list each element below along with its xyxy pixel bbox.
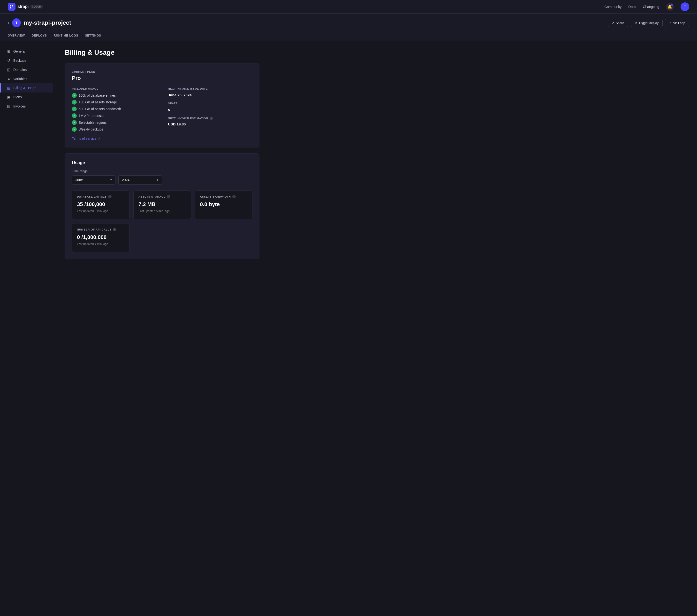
user-avatar[interactable]: T	[681, 2, 689, 11]
top-nav: strapi CLOUD Community Docs Changelog 🔔 …	[0, 0, 697, 14]
project-avatar: T	[12, 18, 21, 27]
sidebar-item-general[interactable]: ⊞ General	[0, 47, 53, 56]
check-icon-0: ✓	[72, 93, 77, 98]
check-icon-2: ✓	[72, 106, 77, 112]
project-header: ‹ T my-strapi-project ↗ Share ↺ Trigger …	[0, 14, 697, 41]
sidebar-item-variables[interactable]: ≡ Variables	[0, 74, 53, 83]
bandwidth-value: 0.0 byte	[200, 201, 247, 207]
cloud-badge: CLOUD	[30, 5, 43, 9]
db-entries-value: 35 /100,000	[77, 201, 124, 207]
invoices-icon: ▤	[6, 104, 11, 108]
usage-title: Usage	[72, 160, 252, 165]
plans-icon: ▣	[6, 95, 11, 99]
main-content: Billing & Usage CURRENT PLAN Pro INCLUDE…	[53, 41, 271, 616]
storage-label: ASSETS STORAGE	[138, 195, 165, 198]
sidebar: ⊞ General ↺ Backups ◫ Domains ≡ Variable…	[0, 41, 53, 616]
metric-label-row-db: DATABASE ENTRIES i	[77, 195, 124, 198]
nav-left: strapi CLOUD	[8, 3, 43, 11]
year-dropdown[interactable]: 2024 ▾	[118, 175, 162, 185]
api-calls-label: NUMBER OF API CALLS	[77, 228, 112, 231]
project-actions: ↗ Share ↺ Trigger deploy ↗ Visit app	[608, 19, 689, 27]
db-entries-label: DATABASE ENTRIES	[77, 195, 107, 198]
storage-info-icon[interactable]: i	[167, 195, 170, 198]
logo-icon	[8, 3, 15, 11]
nav-right: Community Docs Changelog 🔔 T	[605, 2, 689, 11]
storage-value: 7.2 MB	[138, 201, 186, 207]
project-name: my-strapi-project	[24, 19, 71, 26]
next-invoice-label: NEXT INVOICE ISSUE DATE	[168, 87, 252, 90]
api-calls-info-icon[interactable]: i	[113, 228, 116, 231]
svg-rect-1	[12, 5, 13, 6]
visit-app-button[interactable]: ↗ Visit app	[665, 19, 689, 27]
tab-deploys[interactable]: DEPLOYS	[32, 31, 47, 41]
sidebar-item-invoices[interactable]: ▤ Invoices	[0, 102, 53, 111]
usage-item-5: ✓ Weekly backups	[72, 127, 156, 132]
community-link[interactable]: Community	[605, 5, 622, 9]
metric-card-storage: ASSETS STORAGE i 7.2 MB Last updated 5 m…	[133, 190, 191, 219]
svg-rect-0	[10, 5, 11, 6]
month-dropdown-arrow: ▾	[110, 178, 112, 181]
usage-item-1: ✓ 150 GB of assets storage	[72, 100, 156, 105]
check-icon-4: ✓	[72, 120, 77, 125]
general-icon: ⊞	[6, 49, 11, 54]
tab-overview[interactable]: OVERVIEW	[8, 31, 25, 41]
current-plan-label: CURRENT PLAN	[72, 70, 252, 73]
svg-rect-2	[10, 7, 11, 8]
bandwidth-info-icon[interactable]: i	[232, 195, 236, 198]
project-title-left: ‹ T my-strapi-project	[8, 18, 71, 27]
logo-text: strapi	[17, 4, 29, 9]
storage-sub: Last updated 5 min. ago	[138, 209, 186, 213]
terms-of-service-link[interactable]: Terms of service ↗	[72, 136, 156, 141]
tab-settings[interactable]: SETTINGS	[85, 31, 101, 41]
api-calls-value: 0 /1,000,000	[77, 234, 124, 240]
strapi-logo[interactable]: strapi CLOUD	[8, 3, 43, 11]
billing-icon: ▤	[6, 86, 11, 90]
backups-icon: ↺	[6, 58, 11, 63]
api-calls-sub: Last updated 4 min. ago	[77, 243, 124, 246]
metric-label-row-api: NUMBER OF API CALLS i	[77, 228, 124, 231]
sidebar-item-backups[interactable]: ↺ Backups	[0, 56, 53, 65]
changelog-link[interactable]: Changelog	[643, 5, 659, 9]
trigger-deploy-button[interactable]: ↺ Trigger deploy	[631, 19, 663, 27]
metric-label-row-bw: ASSETS BANDWIDTH i	[200, 195, 247, 198]
sidebar-item-domains[interactable]: ◫ Domains	[0, 65, 53, 74]
metric-card-bandwidth: ASSETS BANDWIDTH i 0.0 byte	[195, 190, 252, 219]
sidebar-item-plans[interactable]: ▣ Plans	[0, 92, 53, 102]
usage-item-3: ✓ 1M API requests	[72, 113, 156, 118]
back-button[interactable]: ‹	[8, 20, 9, 26]
metric-card-database: DATABASE ENTRIES i 35 /100,000 Last upda…	[72, 190, 130, 219]
included-usage-label: INCLUDED USAGE	[72, 87, 156, 90]
month-dropdown[interactable]: June ▾	[72, 175, 116, 185]
deploy-icon: ↺	[635, 21, 637, 25]
dropdowns-row: June ▾ 2024 ▾	[72, 175, 252, 185]
variables-icon: ≡	[6, 77, 11, 81]
domains-icon: ◫	[6, 68, 11, 72]
docs-link[interactable]: Docs	[628, 5, 636, 9]
estimation-info-icon[interactable]: i	[210, 117, 213, 120]
included-usage-col: INCLUDED USAGE ✓ 100k of database entrie…	[72, 87, 156, 141]
db-entries-info-icon[interactable]: i	[108, 195, 112, 198]
seats-label: SEATS	[168, 102, 252, 105]
next-invoice-value: June 25, 2024	[168, 93, 252, 97]
share-button[interactable]: ↗ Share	[608, 19, 628, 27]
metrics-grid: DATABASE ENTRIES i 35 /100,000 Last upda…	[72, 190, 252, 219]
api-metric-row: NUMBER OF API CALLS i 0 /1,000,000 Last …	[72, 223, 252, 252]
sidebar-item-billing[interactable]: ▤ Billing & Usage	[0, 83, 53, 92]
share-icon: ↗	[612, 21, 614, 25]
tab-runtime-logs[interactable]: RUNTIME LOGS	[54, 31, 78, 41]
project-title-row: ‹ T my-strapi-project ↗ Share ↺ Trigger …	[8, 14, 689, 31]
seats-value: 5	[168, 108, 252, 112]
bandwidth-label: ASSETS BANDWIDTH	[200, 195, 231, 198]
notification-dot	[671, 4, 673, 6]
check-icon-3: ✓	[72, 113, 77, 118]
usage-item-2: ✓ 500 GB of assets bandwidth	[72, 106, 156, 112]
check-icon-1: ✓	[72, 100, 77, 105]
page-title: Billing & Usage	[65, 49, 259, 56]
project-tabs: OVERVIEW DEPLOYS RUNTIME LOGS SETTINGS	[8, 31, 689, 41]
usage-card: Usage Time range June ▾ 2024 ▾ DATABASE …	[65, 153, 259, 259]
notifications-button[interactable]: 🔔	[666, 3, 674, 11]
main-layout: ⊞ General ↺ Backups ◫ Domains ≡ Variable…	[0, 41, 697, 616]
plan-name: Pro	[72, 75, 252, 82]
invoice-col: NEXT INVOICE ISSUE DATE June 25, 2024 SE…	[168, 87, 252, 141]
estimation-value: USD 19.80	[168, 122, 252, 126]
